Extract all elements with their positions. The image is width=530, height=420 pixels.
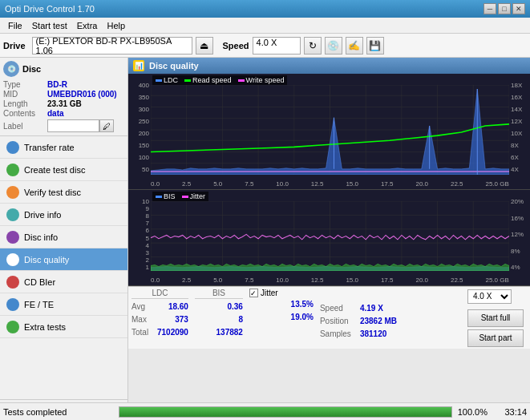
content-area: 📊 Disc quality LDC Read speed Write spee… bbox=[128, 58, 530, 420]
disc-contents-row: Contents data bbox=[3, 109, 124, 118]
drive-info-icon bbox=[6, 208, 19, 221]
bis-column: BIS 0.36 8 137882 bbox=[195, 289, 243, 347]
speed-selector[interactable]: 4.0 X bbox=[253, 37, 301, 55]
disc-header: 💿 Disc bbox=[3, 61, 124, 77]
test-speed-selector[interactable]: 4.0 X bbox=[467, 289, 512, 304]
nav-disc-quality-label: Disc quality bbox=[24, 255, 69, 265]
legend-bis: BIS bbox=[156, 192, 176, 200]
nav-fe-te-label: FE / TE bbox=[24, 300, 54, 309]
y-axis-150: 150 bbox=[128, 142, 151, 149]
minimize-button[interactable]: ─ bbox=[483, 3, 496, 14]
y-axis-r-16x: 16X bbox=[509, 94, 530, 101]
y-axis-350: 350 bbox=[128, 94, 151, 101]
nav-drive-info[interactable]: Drive info bbox=[0, 204, 127, 226]
x2-12-5: 12.5 bbox=[311, 277, 324, 284]
cd-bier-icon bbox=[6, 276, 19, 289]
eject-button[interactable]: ⏏ bbox=[196, 37, 213, 55]
nav-cd-bier[interactable]: CD BIer bbox=[0, 271, 127, 293]
chart-header: 📊 Disc quality bbox=[128, 58, 530, 74]
maximize-button[interactable]: □ bbox=[498, 3, 511, 14]
read-speed-color bbox=[184, 79, 191, 82]
start-full-button[interactable]: Start full bbox=[467, 309, 524, 327]
bis-max-val: 8 bbox=[195, 315, 243, 324]
menubar: File Start test Extra Help bbox=[0, 18, 530, 34]
y2-3: 3 bbox=[128, 249, 151, 256]
bis-color bbox=[156, 196, 162, 198]
position-row: Position 23862 MB bbox=[320, 314, 397, 327]
samples-val: 381120 bbox=[360, 329, 386, 338]
nav-extra-tests[interactable]: Extra tests bbox=[0, 316, 127, 338]
speed-row: Speed 4.19 X bbox=[320, 301, 397, 314]
nav-verify-test-disc[interactable]: Verify test disc bbox=[0, 181, 127, 204]
sidebar: 💿 Disc Type BD-R MID UMEBDR016 (000) Len… bbox=[0, 58, 128, 420]
x-17-5: 17.5 bbox=[381, 180, 394, 188]
x-22-5: 22.5 bbox=[451, 180, 463, 188]
ldc-max-row: Max 373 bbox=[131, 313, 188, 325]
menu-help[interactable]: Help bbox=[102, 19, 130, 32]
disc-type-row: Type BD-R bbox=[3, 80, 124, 89]
ldc-header: LDC bbox=[131, 289, 188, 299]
jitter-label: Jitter bbox=[261, 289, 278, 297]
refresh-button[interactable]: ↻ bbox=[304, 37, 322, 55]
y-axis-r-14x: 14X bbox=[509, 106, 530, 113]
x2-10: 10.0 bbox=[276, 277, 289, 284]
ldc-avg-val: 18.60 bbox=[157, 302, 188, 311]
menu-start-test[interactable]: Start test bbox=[27, 19, 72, 32]
bis-total-row: 137882 bbox=[195, 325, 243, 338]
nav-cd-bier-label: CD BIer bbox=[24, 277, 55, 287]
nav-create-test-disc[interactable]: Create test disc bbox=[0, 159, 127, 181]
drive-selector[interactable]: (E:) PLEXTOR BD-R PX-LB950SA 1.06 bbox=[32, 37, 192, 55]
label-edit-button[interactable]: 🖊 bbox=[99, 119, 114, 132]
y-axis-r-18x: 18X bbox=[509, 82, 530, 89]
disc-icon-btn[interactable]: 💿 bbox=[325, 37, 342, 55]
write-button[interactable]: ✍ bbox=[346, 37, 363, 55]
label-input[interactable] bbox=[47, 119, 99, 132]
legend-read-speed-label: Read speed bbox=[192, 76, 232, 84]
bis-total-val: 137882 bbox=[195, 328, 243, 337]
menu-extra[interactable]: Extra bbox=[72, 19, 103, 32]
type-value: BD-R bbox=[47, 80, 124, 89]
x-25-gb: 25.0 GB bbox=[486, 180, 509, 188]
bis-avg-val: 0.36 bbox=[195, 302, 243, 311]
progress-bar-fill bbox=[119, 407, 451, 417]
nav-disc-quality[interactable]: Disc quality bbox=[0, 248, 127, 271]
save-button[interactable]: 💾 bbox=[366, 37, 384, 55]
y2-r-16: 16% bbox=[509, 215, 530, 222]
app-title: Opti Drive Control 1.70 bbox=[5, 4, 95, 14]
disc-length-row: Length 23.31 GB bbox=[3, 99, 124, 108]
length-label: Length bbox=[3, 99, 47, 108]
nav-fe-te[interactable]: FE / TE bbox=[0, 293, 127, 316]
nav-disc-info[interactable]: Disc info bbox=[0, 226, 127, 248]
start-part-button[interactable]: Start part bbox=[467, 329, 524, 347]
chart1-svg bbox=[151, 85, 509, 175]
disc-quality-icon bbox=[6, 253, 19, 266]
status-text: Tests completed bbox=[3, 407, 115, 417]
y-axis-r-4x: 4X bbox=[509, 166, 530, 173]
x2-2-5: 2.5 bbox=[182, 277, 191, 284]
nav-transfer-rate-label: Transfer rate bbox=[24, 143, 75, 152]
close-button[interactable]: ✕ bbox=[512, 3, 525, 14]
ldc-total-row: Total 7102090 bbox=[131, 325, 188, 338]
buttons-section: 4.0 X Start full Start part bbox=[467, 289, 527, 347]
extra-tests-icon bbox=[6, 321, 19, 333]
nav-transfer-rate[interactable]: Transfer rate bbox=[0, 136, 127, 159]
transfer-rate-icon bbox=[6, 141, 19, 154]
y2-1: 1 bbox=[128, 264, 151, 271]
y2-2: 2 bbox=[128, 256, 151, 264]
jitter-column: ✓ Jitter 13.5% 19.0% bbox=[249, 289, 314, 347]
menu-file[interactable]: File bbox=[3, 19, 27, 32]
drivebar: Drive (E:) PLEXTOR BD-R PX-LB950SA 1.06 … bbox=[0, 34, 530, 58]
progress-bar-container bbox=[119, 406, 452, 418]
jitter-checkbox[interactable]: ✓ bbox=[249, 289, 258, 297]
jitter-avg-row: 13.5% bbox=[249, 297, 314, 310]
y-axis-100: 100 bbox=[128, 154, 151, 161]
max-label: Max bbox=[131, 315, 157, 324]
bis-header: BIS bbox=[195, 289, 243, 299]
create-test-disc-icon bbox=[6, 164, 19, 176]
y-axis-250: 250 bbox=[128, 118, 151, 125]
y-axis-300: 300 bbox=[128, 106, 151, 113]
disc-section-title: Disc bbox=[22, 64, 41, 74]
y2-7: 7 bbox=[128, 220, 151, 227]
speed-label: Speed bbox=[223, 41, 249, 50]
x-20: 20.0 bbox=[415, 180, 428, 188]
